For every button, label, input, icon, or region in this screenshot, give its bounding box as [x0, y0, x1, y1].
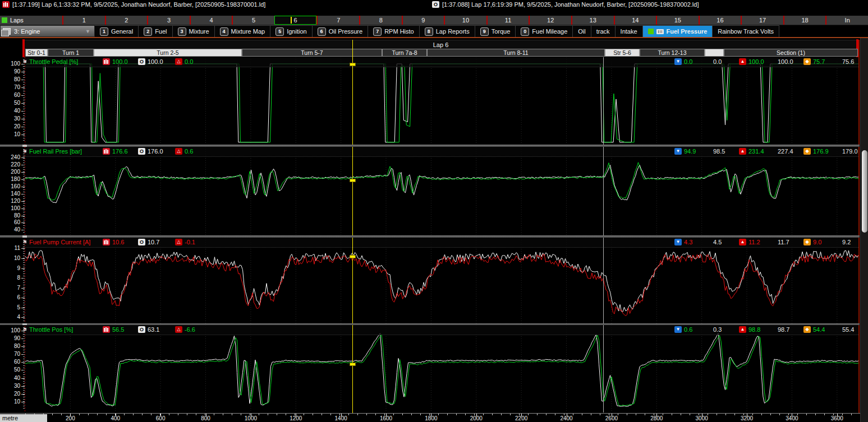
y-axis-minor-ticks [23, 240, 25, 321]
data-cursor-line[interactable] [352, 40, 353, 413]
lap-cell-3[interactable]: 3 [147, 16, 190, 25]
vertical-scrollbar[interactable] [860, 38, 868, 422]
delta-value-group: △0.6 [175, 148, 214, 155]
y-axis-label: 8 [1, 275, 20, 281]
section-blank[interactable] [705, 49, 724, 57]
y-axis-label: 20 [1, 391, 20, 397]
panel-divider[interactable] [0, 323, 860, 325]
tab-number-badge: 9 [480, 27, 489, 36]
lap-cell-10[interactable]: 10 [444, 16, 486, 25]
divider-grip[interactable] [22, 323, 27, 325]
divider-grip[interactable] [22, 145, 27, 147]
channel-header: Throttle Pedal [%]100.0O100.0△0.0▼0.00.0… [22, 57, 860, 67]
lap-cell-14[interactable]: 14 [614, 16, 656, 25]
lap-cell-6[interactable]: 6 [274, 16, 317, 25]
plot-right-border [858, 40, 860, 413]
panel-divider[interactable] [0, 145, 860, 147]
scrollbar-thumb[interactable] [862, 150, 867, 233]
lap-cell-8[interactable]: 8 [359, 16, 402, 25]
avg-icon: ◆ [803, 239, 811, 245]
section-turn-7a-8[interactable]: Turn 7a-8 [382, 49, 427, 57]
tab-fuel-mileage[interactable]: 0Fuel Mileage [516, 25, 573, 37]
lap-cell-15[interactable]: 15 [656, 16, 699, 25]
section-label: Str 0-1 [27, 49, 45, 56]
max-value: 231.4 [748, 148, 778, 155]
tab-oil-pressure[interactable]: 6Oil Pressure [313, 25, 369, 37]
main-value: 176.6 [112, 148, 141, 155]
distance-axis: metre 2004006008001000120014001600180020… [0, 413, 868, 422]
tab-label: Lap Reports [436, 28, 470, 35]
tab-ignition[interactable]: 5Ignition [270, 25, 312, 37]
lap-cell-1[interactable]: 1 [62, 16, 105, 25]
tab-track[interactable]: track [591, 25, 616, 37]
section-section-1-[interactable]: Section (1) [724, 49, 858, 57]
lap-range-header[interactable]: Lap 6 [22, 40, 859, 49]
panel-divider[interactable] [0, 235, 860, 238]
axis-unit-box[interactable]: metre [0, 414, 47, 422]
lap-cell-17[interactable]: 17 [741, 16, 783, 25]
tab-mixture-map[interactable]: 4Mixture Map [215, 25, 271, 37]
tab-torque[interactable]: 9Torque [475, 25, 516, 37]
plot-area[interactable] [25, 57, 860, 145]
avg-icon: ◆ [803, 326, 811, 333]
cursor-value-marker [350, 179, 356, 182]
tab-rpm-histo[interactable]: 7RPM Histo [368, 25, 420, 37]
channel-name[interactable]: Throttle Pedal [%] [29, 58, 78, 65]
lap-cell-7[interactable]: 7 [316, 16, 359, 25]
trace-reference-lap [25, 251, 858, 312]
max-value: 100.0 [748, 58, 778, 65]
section-turn-1[interactable]: Turn 1 [48, 49, 94, 57]
lap-number: 15 [674, 17, 681, 24]
tab-fuel[interactable]: 2Fuel [139, 25, 172, 37]
lap-cell-4[interactable]: 4 [190, 16, 232, 25]
tab-rainbow-track-volts[interactable]: Rainbow Track Volts [713, 25, 779, 37]
tab-mixture[interactable]: 3Mixture [173, 25, 215, 37]
section-turn-8-11[interactable]: Turn 8-11 [427, 49, 605, 57]
tab-fuel-pressure[interactable]: Fuel Pressure [643, 25, 713, 37]
lap-cell-12[interactable]: 12 [529, 16, 571, 25]
y-axis-label: 40 [1, 226, 20, 233]
section-turn-12-13[interactable]: Turn 12-13 [640, 49, 705, 57]
y-axis-label: 10 [1, 398, 20, 405]
lap-cell-2[interactable]: 2 [105, 16, 148, 25]
lap-cell-13[interactable]: 13 [571, 16, 614, 25]
worksheet-selector[interactable]: 3: Engine ▼ [0, 25, 95, 37]
lap-cell-18[interactable]: 18 [783, 16, 826, 25]
tab-lap-reports[interactable]: 8Lap Reports [420, 25, 475, 37]
tab-number-badge: 0 [521, 27, 529, 36]
section-str-5-6[interactable]: Str 5-6 [605, 49, 640, 57]
trace-reference-lap [25, 333, 858, 407]
active-tab-green-icon [648, 29, 654, 34]
tab-oil[interactable]: Oil [573, 25, 591, 37]
panel-fuel-pump-current-a-: Fuel Pump Current [A]10.6O10.7△-0.1▼4.34… [0, 238, 860, 323]
plot-area[interactable] [25, 238, 860, 323]
y-axis-label: 30 [1, 383, 20, 389]
lap-cell-In[interactable]: In [825, 16, 868, 25]
tab-intake[interactable]: Intake [616, 25, 643, 37]
lap-cell-5[interactable]: 5 [232, 16, 274, 25]
lap-cell-16[interactable]: 16 [699, 16, 741, 25]
lap-number: 17 [759, 17, 766, 24]
lap-cell-9[interactable]: 9 [402, 16, 444, 25]
x-axis-label: 3200 [741, 415, 753, 421]
plot-area[interactable] [25, 325, 860, 412]
section-turn-2-5[interactable]: Turn 2-5 [94, 49, 242, 57]
channel-name[interactable]: Throttle Pos [%] [29, 326, 73, 333]
section-str-0-1[interactable]: Str 0-1 [25, 49, 48, 57]
channel-name[interactable]: Fuel Rail Pres [bar] [29, 148, 82, 155]
main-value-group: 10.6 [103, 239, 141, 245]
file-title-right: O [1:37.088] Lap 17,6:19:39 PM, 9/5/2025… [432, 1, 699, 8]
tab-general[interactable]: 1General [95, 25, 139, 37]
divider-grip[interactable] [22, 235, 27, 238]
lap-cell-11[interactable]: 11 [486, 16, 529, 25]
delta-value-icon: △ [175, 239, 182, 245]
channel-name[interactable]: Fuel Pump Current [A] [29, 239, 90, 245]
laps-indicator-icon [2, 17, 7, 23]
section-turn-5-7[interactable]: Turn 5-7 [242, 49, 382, 57]
tab-number-badge: 1 [100, 27, 108, 36]
main-value-group: 100.0 [103, 58, 141, 65]
min-value: 4.3 [684, 239, 713, 245]
plot-area[interactable] [25, 147, 860, 235]
chevron-down-icon[interactable]: ▼ [85, 29, 90, 34]
compare-cursor-line[interactable] [603, 57, 604, 412]
